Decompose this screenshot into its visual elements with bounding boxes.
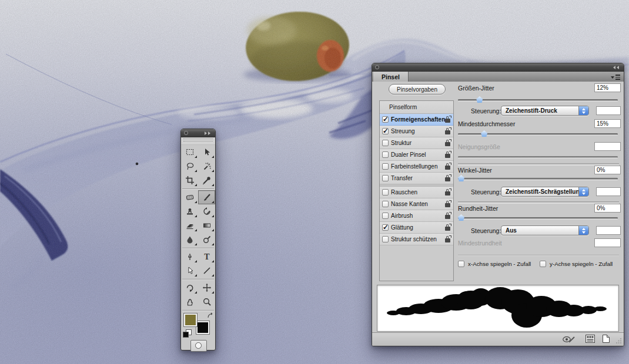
preset-manager-icon[interactable] <box>585 335 595 343</box>
tool-healing-patch[interactable] <box>181 190 198 204</box>
checkbox[interactable] <box>540 261 546 267</box>
tool-crop[interactable] <box>181 173 198 187</box>
roundness-jitter-slider[interactable] <box>458 217 618 219</box>
tool-type[interactable]: T <box>198 250 215 264</box>
background-color-swatch[interactable] <box>196 321 209 334</box>
brush-option-row[interactable]: Farbeinstellungen <box>380 161 453 173</box>
tool-pan-3d[interactable] <box>198 281 215 295</box>
size-control-dropdown[interactable]: Zeichenstift-Druck <box>501 106 589 116</box>
min-diameter-value[interactable] <box>594 119 621 128</box>
collapse-double-arrow-icon[interactable] <box>205 132 212 135</box>
lock-icon[interactable] <box>445 154 450 158</box>
brush-option-row[interactable]: Rauschen <box>380 187 453 198</box>
brush-option-row[interactable]: Streuung <box>380 126 453 137</box>
brush-option-row[interactable]: Dualer Pinsel <box>380 149 453 161</box>
resize-grip-icon[interactable] <box>615 338 622 344</box>
checkbox[interactable] <box>382 140 389 146</box>
brush-panel-titlebar[interactable] <box>372 63 624 72</box>
brush-option-row[interactable]: Struktur <box>380 137 453 149</box>
slider-thumb[interactable] <box>458 214 464 221</box>
close-circle-icon[interactable] <box>184 131 188 135</box>
lock-icon[interactable] <box>445 142 450 146</box>
tool-path-selection[interactable] <box>181 264 198 278</box>
lock-icon[interactable] <box>445 191 450 196</box>
control-label: Steuerung: <box>471 227 501 234</box>
angle-jitter-value[interactable] <box>594 166 621 174</box>
slider-thumb[interactable] <box>476 96 483 103</box>
tool-brush[interactable] <box>198 190 215 204</box>
brush-option-row[interactable]: Glättung <box>380 222 453 234</box>
svg-text:T: T <box>204 252 210 261</box>
brush-option-row[interactable]: Struktur schützen <box>380 234 453 245</box>
tab-pinsel[interactable]: Pinsel <box>373 72 409 82</box>
checkbox[interactable] <box>382 175 389 181</box>
size-control-aux-value[interactable] <box>596 106 621 115</box>
tool-eyedropper[interactable] <box>198 173 215 187</box>
brush-option-row[interactable]: Nasse Kanten <box>380 198 453 210</box>
tool-move[interactable] <box>198 145 215 159</box>
checkbox[interactable] <box>382 224 389 231</box>
roundness-jitter-value[interactable] <box>594 204 621 213</box>
lock-icon[interactable] <box>445 203 450 207</box>
dropdown-arrows-icon <box>578 226 588 235</box>
lock-icon[interactable] <box>445 119 450 123</box>
lock-icon[interactable] <box>445 130 450 134</box>
tool-rectangular-marquee[interactable] <box>181 145 198 159</box>
angle-jitter-slider[interactable] <box>458 178 618 180</box>
palette-grip[interactable] <box>181 137 215 145</box>
swap-colors-icon[interactable] <box>207 312 214 319</box>
lock-icon[interactable] <box>445 238 450 242</box>
tool-gradient[interactable] <box>198 218 215 232</box>
foreground-color-swatch[interactable] <box>184 314 197 326</box>
tool-clone-stamp[interactable] <box>181 204 198 218</box>
roundness-control-dropdown[interactable]: Aus <box>501 225 589 235</box>
tool-lasso[interactable] <box>181 159 198 173</box>
close-circle-icon[interactable] <box>375 65 379 69</box>
tool-line[interactable] <box>198 264 215 278</box>
tool-history-brush[interactable] <box>198 204 215 218</box>
checkbox[interactable] <box>382 128 389 134</box>
brush-option-row[interactable]: Formeigenschaften <box>380 114 453 126</box>
brush-option-row[interactable]: Airbrush <box>380 210 453 222</box>
tool-magic-wand[interactable] <box>198 159 215 173</box>
new-brush-icon[interactable] <box>602 335 610 343</box>
brush-option-row[interactable]: Transfer <box>380 173 453 184</box>
lock-icon[interactable] <box>445 227 450 231</box>
tool-grid: T <box>181 145 215 309</box>
default-colors-icon[interactable] <box>183 329 192 338</box>
brush-presets-button[interactable]: Pinselvorgaben <box>389 84 446 95</box>
angle-control-dropdown[interactable]: Zeichenstift-Schrägstellung <box>501 187 589 197</box>
tool-eraser[interactable] <box>181 218 198 232</box>
panel-menu-icon[interactable] <box>611 75 620 80</box>
lock-icon[interactable] <box>445 166 450 170</box>
tool-rotate-view[interactable] <box>181 281 198 295</box>
checkbox[interactable] <box>382 189 389 196</box>
size-jitter-value[interactable] <box>594 83 621 92</box>
roundness-control-aux-value[interactable] <box>596 226 621 235</box>
lock-icon[interactable] <box>445 177 450 181</box>
tool-pen[interactable] <box>181 250 198 264</box>
size-jitter-slider[interactable] <box>458 99 618 101</box>
lock-icon[interactable] <box>445 215 450 219</box>
tool-dodge[interactable] <box>198 232 215 247</box>
collapse-double-arrow-icon[interactable] <box>613 66 620 69</box>
slider-thumb[interactable] <box>481 130 487 137</box>
checkbox[interactable] <box>382 116 389 123</box>
angle-control-aux-value[interactable] <box>596 187 621 196</box>
checkbox[interactable] <box>382 151 389 158</box>
checkbox[interactable] <box>382 201 389 207</box>
brush-panel: Pinsel Pinselvorgaben Pinselform Formeig… <box>372 63 624 346</box>
slider-thumb[interactable] <box>458 175 464 181</box>
list-item-pinselform[interactable]: Pinselform <box>380 101 453 114</box>
min-diameter-slider[interactable] <box>458 133 618 135</box>
tool-hand[interactable] <box>181 295 198 309</box>
checkbox[interactable] <box>382 213 389 219</box>
tools-palette-titlebar[interactable] <box>181 129 215 137</box>
tool-blur[interactable] <box>181 232 198 247</box>
tool-zoom[interactable] <box>198 295 215 309</box>
quick-mask-button[interactable] <box>190 340 207 352</box>
bristle-brush-preview-icon[interactable] <box>562 335 576 343</box>
checkbox[interactable] <box>458 261 464 267</box>
checkbox[interactable] <box>382 236 389 242</box>
checkbox[interactable] <box>382 163 389 170</box>
